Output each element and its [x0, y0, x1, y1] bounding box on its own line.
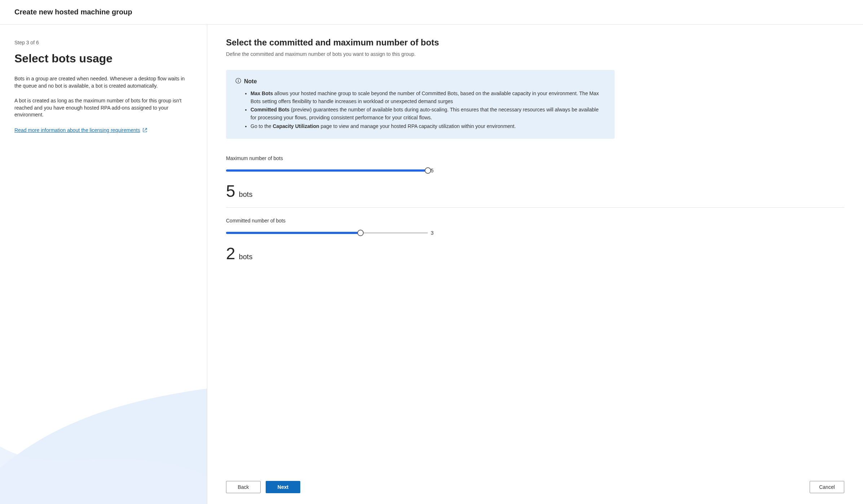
committed-bots-value-display: 2 bots — [226, 244, 844, 263]
external-link-icon — [142, 128, 147, 133]
committed-bots-slider[interactable] — [226, 230, 428, 236]
wizard-footer: Back Next Cancel — [207, 473, 863, 504]
main-title: Select the committed and maximum number … — [226, 37, 844, 48]
note-callout: Note Max Bots allows your hosted machine… — [226, 70, 615, 139]
main-subtitle: Define the committed and maximum number … — [226, 51, 844, 57]
max-bots-value-display: 5 bots — [226, 181, 844, 201]
cancel-button[interactable]: Cancel — [810, 481, 844, 493]
note-item-strong-1: Max Bots — [251, 90, 273, 96]
section-divider — [226, 207, 844, 208]
max-bots-section: Maximum number of bots 5 5 bots — [226, 155, 844, 201]
max-bots-slider-wrap: 5 — [226, 168, 442, 173]
max-bots-slider[interactable] — [226, 168, 428, 173]
note-item-capacity: Go to the Capacity Utilization page to v… — [251, 123, 605, 131]
committed-bots-thumb[interactable] — [357, 230, 364, 236]
note-header: Note — [235, 78, 605, 85]
sidebar-paragraph-2: A bot is created as long as the maximum … — [14, 97, 192, 119]
note-item-prefix-3: Go to the — [251, 123, 273, 129]
committed-bots-track-fill — [226, 232, 360, 234]
next-button[interactable]: Next — [266, 481, 300, 493]
info-icon — [235, 78, 241, 85]
wizard-layout: Step 3 of 6 Select bots usage Bots in a … — [0, 25, 863, 504]
note-item-text-2: (preview) guarantees the number of avail… — [251, 107, 598, 120]
note-item-text-3: page to view and manage your hosted RPA … — [319, 123, 516, 129]
note-item-max-bots: Max Bots allows your hosted machine grou… — [251, 90, 605, 105]
sidebar-paragraph-1: Bots in a group are created when needed.… — [14, 75, 192, 89]
max-bots-value: 5 — [226, 181, 235, 201]
max-bots-max-value: 5 — [431, 168, 434, 173]
max-bots-label: Maximum number of bots — [226, 155, 844, 161]
note-item-committed-bots: Committed Bots (preview) guarantees the … — [251, 106, 605, 121]
max-bots-unit: bots — [239, 190, 253, 199]
main-content: Select the committed and maximum number … — [207, 25, 863, 473]
sidebar-title: Select bots usage — [14, 52, 192, 65]
note-item-strong-3: Capacity Utilization — [273, 123, 319, 129]
svg-rect-2 — [238, 80, 238, 82]
wizard-title: Create new hosted machine group — [14, 8, 849, 16]
note-item-strong-2: Committed Bots — [251, 107, 289, 112]
licensing-link[interactable]: Read more information about the licensin… — [14, 127, 147, 134]
svg-point-1 — [238, 79, 239, 80]
wizard-header: Create new hosted machine group — [0, 0, 863, 25]
wizard-main: Select the committed and maximum number … — [207, 25, 863, 504]
committed-bots-slider-wrap: 3 — [226, 230, 442, 236]
committed-bots-section: Committed number of bots 3 2 bots — [226, 218, 844, 263]
note-item-text-1: allows your hosted machine group to scal… — [251, 90, 599, 104]
licensing-link-text: Read more information about the licensin… — [14, 127, 140, 134]
note-label: Note — [244, 78, 257, 85]
max-bots-thumb[interactable] — [425, 167, 431, 174]
committed-bots-label: Committed number of bots — [226, 218, 844, 224]
back-button[interactable]: Back — [226, 481, 261, 493]
committed-bots-unit: bots — [239, 253, 253, 261]
note-list: Max Bots allows your hosted machine grou… — [235, 90, 605, 130]
committed-bots-value: 2 — [226, 244, 235, 263]
committed-bots-max-value: 3 — [431, 230, 434, 236]
sidebar-wave-decoration — [0, 389, 207, 504]
max-bots-track-fill — [226, 169, 428, 172]
step-indicator: Step 3 of 6 — [14, 40, 192, 45]
wizard-sidebar: Step 3 of 6 Select bots usage Bots in a … — [0, 25, 207, 504]
